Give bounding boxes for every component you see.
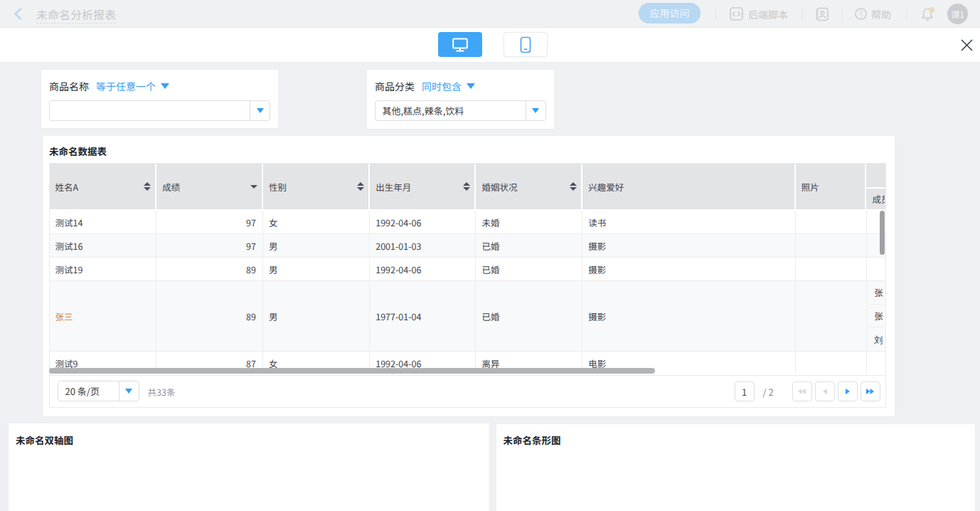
column-header-birth[interactable]: 出生年月 [370, 164, 476, 209]
header-divider [841, 9, 842, 20]
filter-value: 其他,糕点,辣条,饮料 [383, 101, 464, 120]
cell-photo [796, 281, 867, 352]
column-header-name[interactable]: 姓名A [50, 164, 157, 209]
column-header-score[interactable]: 成绩 [156, 164, 263, 209]
sort-down-triangle [357, 187, 364, 191]
filter-operator-label: 等于任意一个 [96, 79, 156, 93]
sort-up-triangle [463, 182, 470, 186]
cell-marital: 已婚 [476, 234, 582, 258]
filter-value-select[interactable] [49, 100, 270, 121]
report-title[interactable]: 未命名分析报表 [36, 7, 116, 23]
column-header-gender[interactable]: 性别 [263, 164, 370, 209]
backend-script-button[interactable]: 后端脚本 [730, 0, 788, 28]
table-row[interactable]: 测试19 89 男 1992-04-06 已婚 摄影 [50, 258, 885, 281]
column-label: 照片 [801, 180, 861, 194]
caret-down-icon [125, 389, 132, 394]
cell-photo [796, 211, 867, 234]
filter-operator-dropdown[interactable]: 同时包含 [422, 79, 475, 93]
column-header-marital[interactable]: 婚姻状况 [476, 164, 582, 209]
cell-hobby: 摄影 [582, 281, 795, 352]
header-divider [715, 9, 716, 20]
cell-gender: 男 [263, 281, 370, 352]
filter-card-product-name: 商品名称 等于任意一个 [41, 70, 278, 128]
page-total: / 2 [763, 376, 774, 408]
current-page-input[interactable]: 1 [735, 381, 755, 401]
preview-toolbar [0, 28, 980, 63]
filter-card-product-category: 商品分类 同时包含 其他,糕点,辣条,饮料 [367, 70, 554, 129]
horizontal-scrollbar[interactable] [49, 368, 655, 374]
caret-down-icon [161, 83, 169, 89]
help-button[interactable]: ? 帮助 [855, 0, 891, 28]
prev-page-button[interactable] [815, 381, 836, 401]
table-row[interactable]: 测试16 97 男 2001-01-03 已婚 摄影 [50, 234, 885, 258]
user-avatar[interactable]: 谭1 [947, 4, 968, 24]
cell-name-link[interactable]: 张三 [55, 310, 73, 323]
cell-marital: 未婚 [476, 211, 582, 234]
cell-score: 97 [156, 234, 263, 258]
chart-title: 未命名双轴图 [16, 433, 73, 447]
page-size-value: 20 条/页 [65, 381, 100, 401]
table-row[interactable]: 张三 89 男 1977-01-04 已婚 摄影 张 张 刘 [50, 281, 885, 352]
data-table-panel: 未命名数据表 姓名A 成绩 性别 出生年月 婚姻状况 [43, 136, 895, 416]
cell-photo [796, 352, 867, 374]
sort-down-triangle [250, 185, 257, 189]
caret-down-icon [532, 108, 539, 113]
column-header-hobby[interactable]: 兴趣爱好 [582, 164, 795, 209]
vertical-scrollbar[interactable] [880, 211, 885, 255]
column-header-photo[interactable]: 照片 [796, 164, 867, 209]
cell-birth: 1992-04-06 [370, 258, 476, 281]
desktop-view-button[interactable] [438, 32, 482, 57]
header-divider [802, 9, 803, 20]
sort-both-icon[interactable] [144, 182, 151, 191]
next-page-button[interactable] [838, 381, 858, 401]
filter-value-select[interactable]: 其他,糕点,辣条,饮料 [375, 100, 546, 121]
sort-both-icon[interactable] [463, 182, 470, 191]
column-label: 成员 [866, 189, 885, 210]
cell-name: 测试16 [50, 234, 157, 258]
cell-birth: 2001-01-03 [370, 234, 476, 258]
table-header-row: 姓名A 成绩 性别 出生年月 婚姻状况 兴趣爱好 [50, 164, 885, 209]
cell-gender: 女 [263, 211, 370, 234]
cell-marital: 已婚 [476, 281, 582, 352]
mobile-view-button[interactable] [504, 32, 548, 57]
select-arrow-zone [250, 101, 270, 120]
column-label: 性别 [269, 180, 354, 194]
caret-down-icon [467, 83, 475, 89]
filter-operator-dropdown[interactable]: 等于任意一个 [96, 79, 169, 93]
cell-member [867, 352, 885, 374]
first-page-button[interactable] [792, 381, 813, 401]
select-arrow-zone [526, 101, 545, 120]
last-page-button[interactable] [861, 381, 881, 401]
column-label: 婚姻状况 [481, 180, 567, 194]
filter-label: 商品分类 [375, 79, 415, 93]
app-header: 未命名分析报表 应用访问 后端脚本 ? 帮助 谭1 [0, 0, 980, 28]
page-size-select[interactable]: 20 条/页 [58, 381, 139, 401]
cell-score: 89 [156, 281, 263, 352]
cell-member [867, 258, 885, 281]
address-book-button[interactable] [815, 0, 829, 28]
column-label: 姓名A [55, 180, 142, 194]
sort-up-triangle [144, 182, 151, 186]
close-preview-icon[interactable] [961, 39, 973, 51]
sort-both-icon[interactable] [357, 182, 364, 191]
sort-both-icon[interactable] [570, 182, 577, 191]
prev-page-icon [822, 388, 828, 395]
pagination-bar: 20 条/页 共33条 1 / 2 [50, 375, 885, 407]
table-row[interactable]: 测试14 97 女 1992-04-06 未婚 读书 [50, 211, 885, 234]
column-header-member[interactable]: 成员 [866, 164, 885, 209]
member-item: 张 [868, 281, 883, 305]
cell-marital: 已婚 [476, 258, 582, 281]
cell-hobby: 摄影 [582, 234, 795, 258]
bar-chart-panel: 未命名条形图 [496, 424, 975, 511]
pagination-buttons [792, 381, 881, 401]
app-access-button[interactable]: 应用访问 [639, 3, 701, 23]
sort-desc-icon[interactable] [250, 185, 257, 189]
filter-label: 商品名称 [49, 79, 89, 93]
total-count: 共33条 [148, 376, 176, 408]
cell-photo [796, 258, 867, 281]
cell-name: 张三 [50, 281, 157, 352]
address-book-icon [815, 7, 829, 21]
back-icon[interactable] [14, 8, 22, 20]
table-body: 测试14 97 女 1992-04-06 未婚 读书 测试16 97 男 200… [50, 209, 885, 374]
svg-text:?: ? [859, 8, 863, 19]
